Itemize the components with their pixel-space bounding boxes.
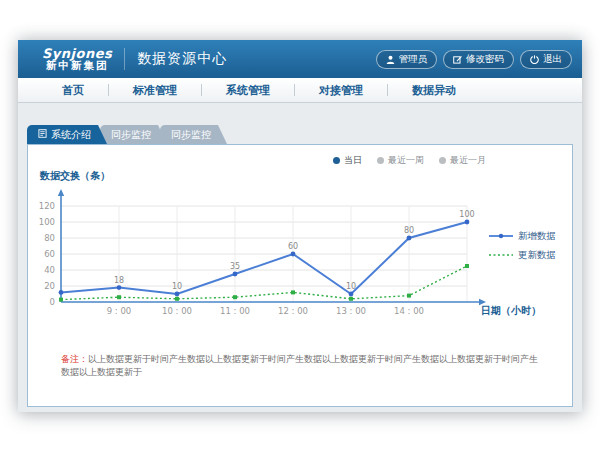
radio-label: 最近一月 xyxy=(450,154,486,167)
logout-button-label: 退出 xyxy=(543,53,562,66)
app-window: Synjones 新中新集团 数据资源中心 管理员 修改密码 xyxy=(18,40,582,412)
chart-panel: 当日 最近一周 最近一月 数据交换（条） 0204060801001209 : … xyxy=(27,144,573,407)
change-password-button[interactable]: 修改密码 xyxy=(443,50,514,69)
svg-text:13 : 00: 13 : 00 xyxy=(336,306,366,316)
company-logo: Synjones 新中新集团 xyxy=(42,47,112,72)
svg-text:100: 100 xyxy=(459,210,474,219)
radio-label: 当日 xyxy=(344,154,362,167)
y-axis-title: 数据交换（条） xyxy=(40,169,110,183)
radio-last-week[interactable]: 最近一周 xyxy=(377,154,424,167)
nav-item-standard-mgmt[interactable]: 标准管理 xyxy=(109,83,201,98)
user-button-label: 管理员 xyxy=(399,53,428,66)
nav-item-system-mgmt[interactable]: 系统管理 xyxy=(202,83,294,98)
line-chart: 0204060801001209 : 0010 : 0011 : 0012 : … xyxy=(34,183,574,335)
nav-item-interface-mgmt[interactable]: 对接管理 xyxy=(295,83,387,98)
radio-dot-icon xyxy=(439,157,446,164)
power-icon xyxy=(530,55,539,64)
svg-text:40: 40 xyxy=(44,265,55,275)
radio-today[interactable]: 当日 xyxy=(333,154,362,167)
svg-text:0: 0 xyxy=(50,297,55,307)
tab-sync-monitor-2[interactable]: 同步监控 xyxy=(160,125,227,144)
logout-button[interactable]: 退出 xyxy=(520,50,572,69)
radio-label: 最近一周 xyxy=(388,154,424,167)
tab-system-intro[interactable]: 系统介绍 xyxy=(27,125,107,144)
radio-dot-icon xyxy=(377,157,384,164)
header-divider xyxy=(124,48,125,70)
svg-text:新增数据: 新增数据 xyxy=(518,230,556,241)
document-icon xyxy=(38,129,47,140)
svg-text:60: 60 xyxy=(288,242,298,251)
nav-item-home[interactable]: 首页 xyxy=(38,83,108,98)
svg-text:10 : 00: 10 : 00 xyxy=(162,306,192,316)
svg-text:100: 100 xyxy=(39,217,55,227)
user-button[interactable]: 管理员 xyxy=(376,50,438,69)
footnote: 备注：以上数据更新于时间产生数据以上数据更新于时间产生数据以上数据更新于时间产生… xyxy=(28,353,572,378)
svg-text:9 : 00: 9 : 00 xyxy=(107,306,132,316)
user-icon xyxy=(386,55,395,64)
svg-text:60: 60 xyxy=(44,249,55,259)
svg-text:18: 18 xyxy=(114,276,124,285)
content-area: 系统介绍 同步监控 同步监控 当日 最近一周 xyxy=(18,103,582,412)
svg-text:120: 120 xyxy=(39,201,55,211)
svg-text:12 : 00: 12 : 00 xyxy=(278,306,308,316)
tab-label: 同步监控 xyxy=(171,128,211,142)
svg-text:80: 80 xyxy=(44,233,55,243)
tab-sync-monitor-1[interactable]: 同步监控 xyxy=(100,125,167,144)
tab-label: 同步监控 xyxy=(111,128,151,142)
logo-text-cn: 新中新集团 xyxy=(42,60,112,71)
tab-bar: 系统介绍 同步监控 同步监控 xyxy=(27,125,220,144)
svg-text:20: 20 xyxy=(44,281,55,291)
svg-text:10: 10 xyxy=(346,282,356,291)
nav-item-data-change[interactable]: 数据异动 xyxy=(388,83,480,98)
svg-text:10: 10 xyxy=(172,282,182,291)
page-title: 数据资源中心 xyxy=(137,50,227,68)
radio-last-month[interactable]: 最近一月 xyxy=(439,154,486,167)
user-toolbar: 管理员 修改密码 退出 xyxy=(376,50,573,69)
time-range-filter: 当日 最近一周 最近一月 xyxy=(333,154,486,167)
radio-dot-icon xyxy=(333,157,340,164)
svg-text:更新数据: 更新数据 xyxy=(518,249,556,260)
footnote-text: 以上数据更新于时间产生数据以上数据更新于时间产生数据以上数据更新于时间产生数据以… xyxy=(61,354,538,377)
svg-text:35: 35 xyxy=(230,262,240,271)
logo-text-en: Synjones xyxy=(42,47,112,61)
change-password-button-label: 修改密码 xyxy=(466,53,504,66)
tab-label: 系统介绍 xyxy=(51,128,91,142)
svg-text:14 : 00: 14 : 00 xyxy=(394,306,424,316)
svg-text:日期（小时）: 日期（小时） xyxy=(481,305,541,316)
footnote-prefix: 备注： xyxy=(61,354,88,364)
svg-text:80: 80 xyxy=(404,226,414,235)
main-nav: 首页 标准管理 系统管理 对接管理 数据异动 xyxy=(18,78,582,103)
header: Synjones 新中新集团 数据资源中心 管理员 修改密码 xyxy=(18,40,582,78)
edit-icon xyxy=(453,55,462,64)
svg-text:11 : 00: 11 : 00 xyxy=(220,306,250,316)
